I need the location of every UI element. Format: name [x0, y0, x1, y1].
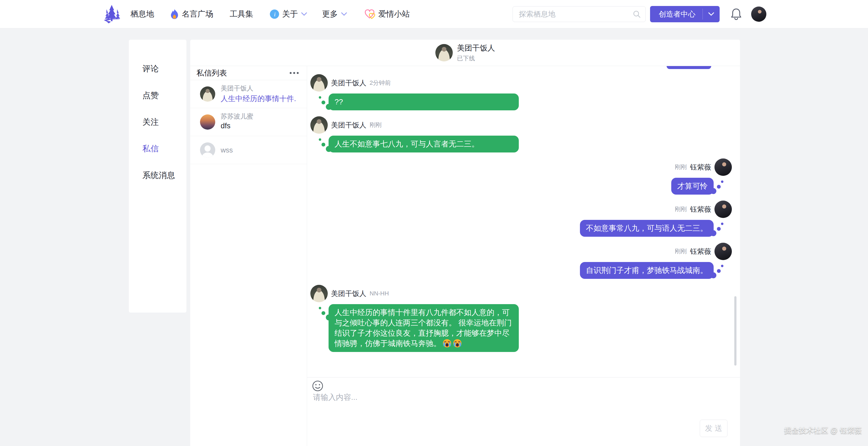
- dm-panel: 美团干饭人 已下线 私信列表 美团干饭人 人生中经历的事情十件... 苏苏波儿蜜…: [190, 40, 740, 446]
- message-history[interactable]: 美团干饭人 2分钟前 ?? 美团干饭人 刚刚 人生不如意事七八九，可与人言者无二…: [307, 66, 740, 377]
- nav-item-label: 更多: [322, 9, 338, 20]
- chat-column: 美团干饭人 2分钟前 ?? 美团干饭人 刚刚 人生不如意事七八九，可与人言者无二…: [307, 66, 740, 446]
- peer-avatar[interactable]: [310, 74, 328, 92]
- message-input[interactable]: [313, 392, 721, 433]
- message-author: 美团干饭人: [331, 120, 366, 130]
- flame-icon: [170, 9, 179, 19]
- loudly-crying-face-emoji: [443, 339, 452, 348]
- conversation-list-title: 私信列表: [196, 68, 227, 78]
- chat-header: 美团干饭人 已下线: [190, 40, 740, 66]
- message-bubble: 自识荆门子才甫，梦驰铁马战城南。: [580, 262, 714, 279]
- conversation-name: wss: [221, 146, 233, 154]
- nav-item-label: 关于: [282, 9, 298, 20]
- emoji-picker-icon[interactable]: [312, 380, 323, 392]
- peer-avatar[interactable]: [310, 116, 328, 134]
- peer-status: 已下线: [457, 54, 495, 62]
- message-bubble: 人生不如意事七八九，可与人言者无二三。: [329, 136, 519, 152]
- conversation-name: 苏苏波儿蜜: [221, 112, 253, 121]
- nav-item-quotes-plaza[interactable]: 名言广场: [170, 9, 213, 20]
- top-nav: 栖息地 名言广场 工具集 i 关于 更多: [0, 0, 868, 28]
- nav-item-love-station[interactable]: 爱情小站: [365, 9, 410, 20]
- message-text: 才算可怜: [677, 182, 708, 190]
- conversation-avatar: [200, 114, 215, 130]
- conversation-list-header: 私信列表: [190, 66, 307, 80]
- message-time: NN-HH: [370, 290, 389, 297]
- nav-item-label: 爱情小站: [378, 9, 410, 20]
- site-search: [513, 6, 646, 22]
- message-text: 不如意事常八九，可与语人无二三。: [586, 224, 708, 232]
- nav-item-more[interactable]: 更多: [322, 9, 347, 20]
- conversation-avatar: [200, 86, 215, 102]
- message-received: 美团干饭人 2分钟前 ??: [310, 74, 732, 110]
- sidebar-item-comments[interactable]: 评论: [129, 55, 186, 82]
- message-sent: 刚刚 钰紫薇 自识荆门子才甫，梦驰铁马战城南。: [310, 243, 732, 279]
- conversation-item-meituan[interactable]: 美团干饭人 人生中经历的事情十件...: [190, 80, 307, 108]
- conversation-item-susu[interactable]: 苏苏波儿蜜 dfs: [190, 108, 307, 136]
- peer-name: 美团干饭人: [457, 43, 495, 53]
- sidebar-item-likes[interactable]: 点赞: [129, 82, 186, 109]
- conversation-list: 私信列表 美团干饭人 人生中经历的事情十件... 苏苏波儿蜜 dfs wss: [190, 66, 307, 446]
- info-circle-icon: i: [270, 9, 279, 19]
- conversation-item-wss[interactable]: wss: [190, 136, 307, 164]
- chat-scrollbar[interactable]: [734, 296, 737, 365]
- message-author: 美团干饭人: [331, 78, 366, 88]
- conversation-avatar: [200, 142, 215, 158]
- bell-icon[interactable]: [731, 8, 742, 20]
- message-author: 美团干饭人: [331, 289, 366, 298]
- peer-avatar[interactable]: [435, 44, 453, 61]
- search-icon[interactable]: [633, 10, 641, 19]
- primary-nav: 栖息地 名言广场 工具集 i 关于 更多: [121, 9, 410, 20]
- loudly-crying-face-emoji: [453, 339, 462, 348]
- nav-item-label: 名言广场: [182, 9, 213, 20]
- message-received: 美团干饭人 NN-HH 人生中经历的事情十件里有八九件都不如人意的，可与之倾吐心…: [310, 285, 732, 352]
- search-input[interactable]: [513, 6, 646, 22]
- message-composer: 发 送: [307, 377, 740, 446]
- double-heart-icon: [365, 9, 376, 19]
- message-author: 钰紫薇: [690, 247, 711, 256]
- site-logo-icon[interactable]: [103, 4, 121, 25]
- svg-text:i: i: [274, 11, 276, 18]
- sidebar-item-system-messages[interactable]: 系统消息: [129, 162, 186, 189]
- message-bubble: 不如意事常八九，可与语人无二三。: [580, 220, 714, 237]
- message-text: 自识荆门子才甫，梦驰铁马战城南。: [586, 266, 708, 274]
- message-bubble: 人生中经历的事情十件里有八九件都不如人意的，可与之倾吐心事的人连两三个都没有。 …: [329, 304, 519, 352]
- partial-message-bubble: [666, 66, 711, 69]
- nav-right-group: 创造者中心: [513, 0, 766, 28]
- notifications-sidebar: 评论 点赞 关注 私信 系统消息: [129, 40, 186, 313]
- ellipsis-menu-icon[interactable]: [290, 70, 299, 76]
- nav-item-label: 工具集: [230, 9, 253, 20]
- message-received: 美团干饭人 刚刚 人生不如意事七八九，可与人言者无二三。: [310, 116, 732, 152]
- creator-center-button[interactable]: 创造者中心: [650, 6, 720, 22]
- conversation-preview: dfs: [221, 122, 230, 130]
- self-avatar[interactable]: [714, 243, 732, 260]
- sidebar-item-follows[interactable]: 关注: [129, 109, 186, 135]
- self-avatar[interactable]: [714, 201, 732, 218]
- watermark: 掘金技术社区 @ 钰紫薇: [784, 426, 862, 436]
- sidebar-item-private-messages[interactable]: 私信: [129, 135, 186, 162]
- message-bubble: ??: [329, 93, 519, 110]
- message-time: 2分钟前: [370, 79, 391, 87]
- message-time: 刚刚: [675, 247, 687, 256]
- user-avatar[interactable]: [751, 6, 766, 22]
- conversation-preview: 人生中经历的事情十件...: [221, 94, 297, 103]
- message-sent: 刚刚 钰紫薇 不如意事常八九，可与语人无二三。: [310, 201, 732, 237]
- message-bubble: 才算可怜: [671, 178, 714, 195]
- nav-item-toolkit[interactable]: 工具集: [230, 9, 253, 20]
- creator-center-dropdown[interactable]: [703, 9, 720, 20]
- conversation-name: 美团干饭人: [221, 84, 253, 93]
- chevron-down-icon: [341, 12, 347, 16]
- message-time: 刚刚: [675, 163, 687, 171]
- creator-center-label: 创造者中心: [659, 9, 703, 19]
- peer-avatar[interactable]: [310, 285, 328, 302]
- message-author: 钰紫薇: [690, 162, 711, 172]
- message-time: 刚刚: [370, 121, 381, 129]
- message-text: 人生不如意事七八九，可与人言者无二三。: [335, 140, 479, 148]
- message-text: 人生中经历的事情十件里有八九件都不如人意的，可与之倾吐心事的人连两三个都没有。 …: [335, 308, 512, 348]
- nav-item-habitat[interactable]: 栖息地: [130, 9, 154, 20]
- message-text: ??: [335, 97, 343, 106]
- message-time: 刚刚: [675, 205, 687, 213]
- nav-item-label: 栖息地: [130, 9, 154, 20]
- send-button[interactable]: 发 送: [700, 420, 727, 437]
- nav-item-about[interactable]: i 关于: [270, 9, 307, 20]
- self-avatar[interactable]: [714, 158, 732, 176]
